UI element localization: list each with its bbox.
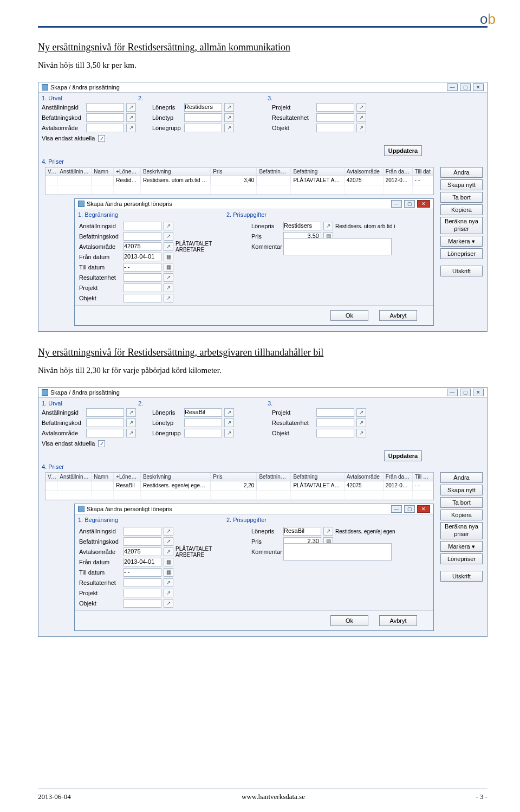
lookup-button[interactable]: ↗: [164, 589, 173, 597]
utskrift-button[interactable]: Utskrift: [440, 266, 483, 276]
avbryt-button[interactable]: Avbryt: [379, 615, 417, 626]
lookup-button[interactable]: ↗: [323, 527, 333, 536]
lookup-button[interactable]: ↗: [224, 113, 234, 122]
table-row[interactable]: ResaBil Restidsers. egen/ej egen bil 2,2…: [46, 481, 433, 491]
andra-button[interactable]: Ändra: [440, 167, 483, 178]
lookup-button[interactable]: ↗: [126, 113, 136, 122]
input-lonetyp[interactable]: [184, 418, 222, 427]
input-projekt[interactable]: [316, 103, 354, 112]
avbryt-button[interactable]: Avbryt: [379, 310, 417, 321]
utskrift-button[interactable]: Utskrift: [440, 571, 483, 582]
input-lonepris[interactable]: Restidsers: [184, 103, 222, 112]
input-projekt[interactable]: [316, 408, 354, 417]
input-fran[interactable]: 2013-04-01: [123, 558, 161, 566]
input-fran[interactable]: 2013-04-01: [123, 253, 161, 261]
lonepriser-button[interactable]: Lönepriser: [440, 248, 483, 259]
ok-button[interactable]: Ok: [330, 310, 368, 321]
tabort-button[interactable]: Ta bort: [440, 497, 483, 508]
input-till[interactable]: - -: [123, 568, 161, 577]
input-befattningskod[interactable]: [86, 418, 124, 427]
table-row[interactable]: Restidsers Restidsers. utom arb.tid mins…: [46, 176, 433, 185]
input-avtal[interactable]: 42075: [123, 547, 161, 556]
minimize-button[interactable]: —: [447, 389, 458, 396]
kopiera-button[interactable]: Kopiera: [440, 204, 483, 215]
minimize-button[interactable]: —: [391, 200, 402, 208]
tabort-button[interactable]: Ta bort: [440, 192, 483, 203]
input-objekt[interactable]: [123, 294, 161, 302]
input-anstallningsid[interactable]: [86, 408, 124, 417]
lookup-button[interactable]: ↗: [224, 408, 234, 417]
minimize-button[interactable]: —: [447, 83, 458, 91]
input-befattningskod[interactable]: [123, 537, 161, 546]
input-lonegrupp[interactable]: [184, 429, 222, 437]
lookup-button[interactable]: ↗: [126, 418, 136, 427]
th-fran[interactable]: Från datum: [384, 167, 413, 176]
lookup-button[interactable]: ↗: [224, 124, 234, 132]
input-projekt[interactable]: [123, 589, 161, 597]
input-lonepris[interactable]: ResaBil: [184, 408, 222, 417]
lookup-button[interactable]: ↗: [164, 547, 173, 556]
th-till[interactable]: Till dat: [413, 167, 433, 176]
markera-button[interactable]: Markera ▾: [440, 236, 483, 247]
lookup-button[interactable]: ↗: [126, 124, 136, 132]
ok-button[interactable]: Ok: [330, 615, 368, 626]
lookup-button[interactable]: ↗: [164, 273, 173, 282]
lookup-button[interactable]: ↗: [356, 113, 366, 122]
lookup-button[interactable]: ↗: [164, 222, 173, 230]
lookup-button[interactable]: ↗: [164, 599, 173, 608]
input-avtalsomrade[interactable]: [86, 124, 124, 132]
input-kommentar[interactable]: [283, 238, 392, 255]
lookup-button[interactable]: ↗: [164, 283, 173, 292]
input-lonepris[interactable]: ResaBil: [283, 527, 321, 536]
lookup-button[interactable]: ↗: [164, 242, 173, 251]
input-projekt[interactable]: [123, 283, 161, 292]
input-lonepris[interactable]: Restidsers: [283, 222, 321, 230]
lookup-button[interactable]: ↗: [224, 429, 234, 437]
lonepriser-button[interactable]: Lönepriser: [440, 553, 483, 564]
calendar-button[interactable]: ▦: [164, 263, 173, 272]
lookup-button[interactable]: ↗: [126, 408, 136, 417]
input-objekt[interactable]: [316, 429, 354, 437]
th-avtal[interactable]: Avtalsområde: [344, 167, 384, 176]
input-objekt[interactable]: [316, 124, 354, 132]
th-befkod[interactable]: Befattningskod: [257, 167, 291, 176]
uppdatera-button[interactable]: Uppdatera: [384, 450, 422, 461]
input-till[interactable]: - -: [123, 263, 161, 272]
input-anstallningsid[interactable]: [86, 103, 124, 112]
input-befattningskod[interactable]: [86, 113, 124, 122]
close-button[interactable]: ✕: [473, 389, 484, 396]
maximize-button[interactable]: ▢: [404, 505, 415, 513]
th-namn[interactable]: Namn: [92, 167, 114, 176]
lookup-button[interactable]: ↗: [356, 408, 366, 417]
input-resultatenhet[interactable]: [316, 113, 354, 122]
lookup-button[interactable]: ↗: [224, 103, 234, 112]
lookup-button[interactable]: ↗: [164, 578, 173, 587]
close-button[interactable]: ✕: [473, 83, 484, 91]
th-lonepris[interactable]: +Lönepris: [114, 167, 141, 176]
calendar-button[interactable]: ▦: [164, 253, 173, 261]
input-avtalsomrade[interactable]: [86, 429, 124, 437]
input-resultatenhet[interactable]: [316, 418, 354, 427]
lookup-button[interactable]: ↗: [164, 537, 173, 546]
lookup-button[interactable]: ↗: [356, 103, 366, 112]
lookup-button[interactable]: ↗: [356, 418, 366, 427]
calendar-button[interactable]: ▦: [164, 558, 173, 566]
minimize-button[interactable]: —: [391, 505, 402, 513]
lookup-button[interactable]: ↗: [164, 232, 173, 241]
input-resultatenhet[interactable]: [123, 578, 161, 587]
close-button[interactable]: ✕: [417, 505, 430, 513]
calendar-button[interactable]: ▦: [164, 568, 173, 577]
lookup-button[interactable]: ↗: [323, 222, 333, 230]
berakna-button[interactable]: Beräkna nya priser: [440, 522, 483, 539]
markera-button[interactable]: Markera ▾: [440, 541, 483, 552]
th-anstallningsid[interactable]: Anställningsid: [57, 167, 92, 176]
input-anstallningsid[interactable]: [123, 527, 161, 536]
skapa-nytt-button[interactable]: Skapa nytt: [440, 485, 483, 495]
lookup-button[interactable]: ↗: [126, 429, 136, 437]
lookup-button[interactable]: ↗: [356, 124, 366, 132]
input-objekt[interactable]: [123, 599, 161, 608]
lookup-button[interactable]: ↗: [224, 418, 234, 427]
lookup-button[interactable]: ↗: [356, 429, 366, 437]
input-lonegrupp[interactable]: [184, 124, 222, 132]
andra-button[interactable]: Ändra: [440, 472, 483, 483]
